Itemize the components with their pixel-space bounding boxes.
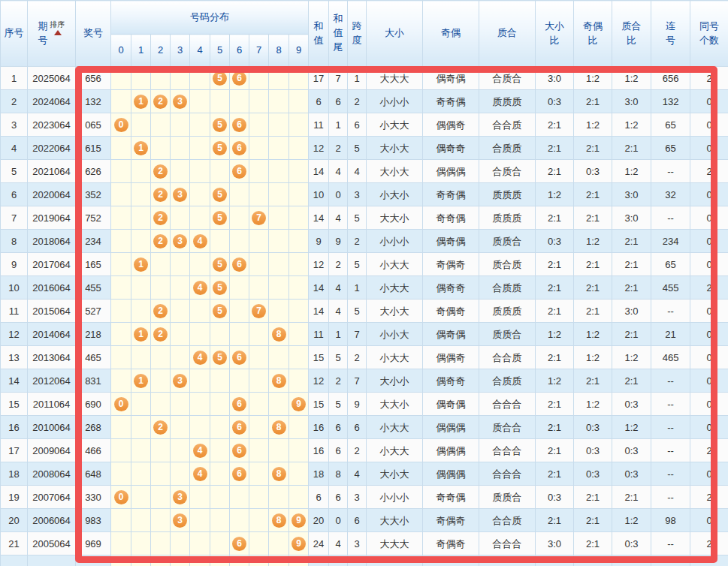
distribution-cell-4 xyxy=(190,369,210,393)
distribution-cell-1: 1 xyxy=(131,323,151,346)
sum-tail-cell: 0 xyxy=(329,509,348,532)
prime-cell: 合合合 xyxy=(479,439,536,462)
distribution-cell-2: 2 xyxy=(151,230,171,253)
seq-cell: 9 xyxy=(1,253,28,276)
size-ratio-cell: 2:1 xyxy=(536,416,574,439)
number-ball: 5 xyxy=(213,211,227,225)
table-body: 12025064656561771大大大偶奇偶合质合3:01:21:265622… xyxy=(1,67,728,566)
number-ball: 6 xyxy=(232,71,246,86)
distribution-cell-8 xyxy=(269,183,289,206)
distribution-cell-9 xyxy=(289,206,309,230)
same-count-cell: 0 xyxy=(690,323,728,346)
span-cell: 5 xyxy=(348,253,367,276)
distribution-cell-2: 2 xyxy=(151,416,171,439)
distribution-cell-6 xyxy=(230,369,249,393)
distribution-cell-6 xyxy=(230,300,249,323)
number-ball: 4 xyxy=(193,234,207,248)
distribution-cell-2: 2 xyxy=(151,300,171,323)
same-count-cell: 0 xyxy=(690,183,728,206)
distribution-cell-6: 6 xyxy=(230,462,249,486)
size-ratio-cell: 2:1 xyxy=(536,206,574,230)
distribution-cell-0 xyxy=(111,462,131,486)
empty-cell xyxy=(289,555,309,566)
distribution-cell-5 xyxy=(210,416,230,439)
size-cell: 大大大 xyxy=(367,67,423,90)
number-ball: 2 xyxy=(153,164,168,179)
col-header-distribution: 号码分布 xyxy=(111,1,309,35)
sum-cell: 14 xyxy=(309,300,329,323)
prime-ratio-cell: 0:3 xyxy=(612,393,651,416)
consecutive-cell: 234 xyxy=(651,230,690,253)
parity-cell: 奇奇偶 xyxy=(423,206,479,230)
distribution-cell-7 xyxy=(249,532,269,555)
prime-cell: 合质合 xyxy=(479,67,536,90)
distribution-cell-0 xyxy=(111,346,131,369)
col-header-digit-7: 7 xyxy=(249,35,269,67)
same-count-cell: 0 xyxy=(690,253,728,276)
period-cell: 2025064 xyxy=(28,67,76,90)
col-header-size: 大小 xyxy=(367,1,423,67)
same-count-cell: 0 xyxy=(690,230,728,253)
parity-ratio-cell: 1:2 xyxy=(574,67,612,90)
distribution-cell-3 xyxy=(171,160,190,183)
parity-cell: 偶偶奇 xyxy=(423,346,479,369)
period-cell: 2024064 xyxy=(28,90,76,113)
parity-ratio-cell: 2:1 xyxy=(574,486,612,509)
sum-cell: 17 xyxy=(309,67,329,90)
lottery-trend-table-page: 序号 期 号 排序 奖号 号码分布 和 值 和 值 尾 跨 度 大小 奇偶 xyxy=(0,0,728,566)
seq-cell: 11 xyxy=(1,300,28,323)
number-ball: 1 xyxy=(134,374,148,388)
span-cell: 1 xyxy=(348,67,367,90)
sum-tail-cell: 5 xyxy=(329,393,348,416)
empty-cell xyxy=(151,555,171,566)
distribution-cell-4 xyxy=(190,509,210,532)
table-row: 620200643522351003小大小奇奇偶质质质1:22:13:0320 xyxy=(1,183,728,206)
distribution-cell-6: 6 xyxy=(230,113,249,137)
size-cell: 大小大 xyxy=(367,300,423,323)
sum-tail-cell: 6 xyxy=(329,439,348,462)
size-ratio-cell: 2:1 xyxy=(536,439,574,462)
col-header-parity-ratio: 奇偶 比 xyxy=(574,1,612,67)
col-header-digit-5: 5 xyxy=(210,35,230,67)
distribution-cell-5: 5 xyxy=(210,206,230,230)
distribution-cell-8 xyxy=(269,230,289,253)
number-ball: 2 xyxy=(153,420,168,435)
prime-ratio-cell: 1:2 xyxy=(612,113,651,137)
prime-ratio-cell: 2:1 xyxy=(612,323,651,346)
parity-ratio-cell: 1:2 xyxy=(574,393,612,416)
number-cell: 690 xyxy=(76,393,111,416)
distribution-cell-8: 8 xyxy=(269,323,289,346)
prime-ratio-cell: 2:1 xyxy=(612,253,651,276)
empty-cell xyxy=(348,555,367,566)
same-count-cell: 2 xyxy=(690,67,728,90)
col-header-digit-2: 2 xyxy=(151,35,171,67)
sort-control[interactable]: 排序 xyxy=(50,21,65,35)
distribution-cell-4: 4 xyxy=(190,439,210,462)
seq-cell: 4 xyxy=(1,137,28,160)
table-row: 1420120648311381227大小小偶奇奇合质质1:22:12:1--0 xyxy=(1,369,728,393)
number-ball: 1 xyxy=(134,95,148,109)
parity-cell: 偶偶偶 xyxy=(423,416,479,439)
span-cell: 4 xyxy=(348,462,367,486)
col-header-digit-0: 0 xyxy=(111,35,131,67)
distribution-cell-0 xyxy=(111,206,131,230)
same-count-cell: 2 xyxy=(690,276,728,300)
number-cell: 330 xyxy=(76,486,111,509)
number-ball: 7 xyxy=(252,304,266,318)
distribution-cell-2 xyxy=(151,137,171,160)
prime-ratio-cell: 3:0 xyxy=(612,183,651,206)
sort-label[interactable]: 排序 xyxy=(50,21,65,29)
period-cell: 2014064 xyxy=(28,323,76,346)
seq-cell: 18 xyxy=(1,462,28,486)
span-cell: 7 xyxy=(348,369,367,393)
size-cell: 大大大 xyxy=(367,532,423,555)
span-cell: 5 xyxy=(348,137,367,160)
distribution-cell-2 xyxy=(151,369,171,393)
number-ball: 2 xyxy=(153,234,168,248)
empty-cell xyxy=(574,555,612,566)
size-ratio-cell: 2:1 xyxy=(536,509,574,532)
distribution-cell-3 xyxy=(171,300,190,323)
parity-ratio-cell: 2:1 xyxy=(574,206,612,230)
distribution-cell-9 xyxy=(289,369,309,393)
sum-cell: 15 xyxy=(309,393,329,416)
